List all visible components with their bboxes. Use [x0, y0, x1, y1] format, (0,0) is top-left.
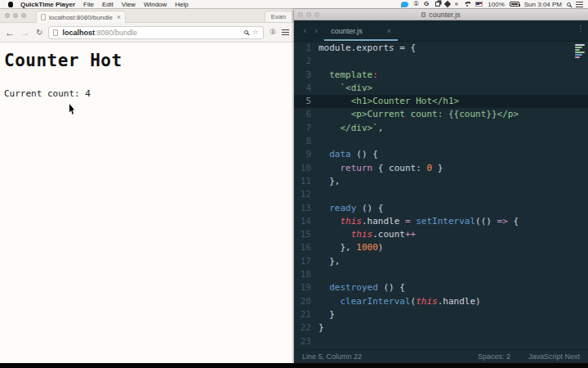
menubar-status-area: ① G 100% Sun 3:04 PM	[401, 1, 588, 8]
close-window-button[interactable]	[5, 13, 10, 18]
g-app-icon[interactable]: G	[424, 1, 429, 7]
url-host: localhost	[62, 29, 95, 37]
back-button[interactable]: ←	[5, 28, 15, 38]
battery-icon	[510, 2, 519, 7]
line-number: 20	[294, 295, 318, 308]
status-dot-icon[interactable]	[455, 2, 458, 6]
line-number: 12	[294, 188, 318, 201]
code-line[interactable]: 16 }, 1000)	[294, 241, 588, 254]
url-rest: :8080/bundle	[95, 29, 137, 37]
address-bar[interactable]: localhost:8080/bundle ☆	[48, 26, 264, 39]
editor-window: counter.js ‹ › counter.js × ⋮ 1module.ex…	[294, 9, 588, 363]
code-line[interactable]: 8	[294, 135, 588, 148]
browser-traffic-lights[interactable]	[5, 13, 26, 18]
history-forward-icon[interactable]: ›	[314, 25, 319, 36]
code-line[interactable]: 22}	[294, 321, 588, 334]
reload-button[interactable]: ↻	[36, 28, 42, 37]
code-line[interactable]: 19 destroyed () {	[294, 281, 588, 294]
zoom-page-icon[interactable]	[244, 30, 248, 34]
wifi-icon[interactable]	[463, 2, 470, 7]
history-back-icon[interactable]: ‹	[302, 25, 308, 36]
twitter-icon[interactable]	[401, 2, 408, 7]
menu-item-help[interactable]: Help	[175, 1, 188, 8]
editor-minimize-button[interactable]	[306, 12, 311, 17]
code-line[interactable]: 4 `<div>	[294, 82, 588, 95]
macos-menu-bar: QuickTime Player FileEditViewWindowHelp …	[0, 0, 588, 9]
syntax-setting[interactable]: JavaScript Next	[528, 352, 580, 361]
editor-title-bar: counter.js	[294, 9, 588, 20]
code-line[interactable]: 15 this.count++	[294, 228, 588, 241]
battery-percent: 100%	[488, 1, 504, 8]
tab-close-icon[interactable]: ×	[117, 14, 121, 21]
code-text: <p>Current count: {{count}}</p>	[318, 108, 519, 121]
code-text: this.handle = setInterval(() => {	[318, 215, 519, 228]
menu-app-name[interactable]: QuickTime Player	[20, 1, 75, 8]
line-number: 7	[294, 122, 318, 135]
code-line[interactable]: 10 return { count: 0 }	[294, 162, 588, 175]
code-line[interactable]: 6 <p>Current count: {{count}}</p>	[294, 108, 588, 121]
editor-tab-close-icon[interactable]: ×	[387, 27, 391, 35]
profile-button[interactable]: Evan	[265, 11, 292, 22]
minimize-window-button[interactable]	[13, 13, 18, 18]
editor-traffic-lights[interactable]	[298, 12, 319, 17]
code-line[interactable]: 3 template:	[294, 69, 588, 82]
line-number: 4	[294, 82, 318, 95]
browser-toolbar: ← → ↻ localhost:8080/bundle ☆ ①	[0, 23, 294, 43]
code-line[interactable]: 20 clearInterval(this.handle)	[294, 295, 588, 308]
editor-window-title: counter.js	[421, 11, 461, 19]
bookmark-star-icon[interactable]: ☆	[252, 29, 259, 36]
code-text: },	[318, 175, 341, 188]
code-line[interactable]: 18	[294, 268, 588, 281]
line-number: 15	[294, 228, 318, 241]
code-line[interactable]: 2	[294, 55, 588, 68]
apple-menu-icon[interactable]	[8, 2, 13, 7]
code-line[interactable]: 23	[294, 335, 588, 348]
extension-badge-icon[interactable]: ①	[270, 29, 276, 36]
page-content: Counter Hot Current count: 4	[0, 43, 294, 362]
code-area[interactable]: 1module.exports = {23 template:4 `<div>5…	[294, 42, 588, 349]
editor-close-button[interactable]	[298, 12, 303, 17]
editor-zoom-button[interactable]	[314, 12, 319, 17]
us-flag-icon[interactable]	[475, 2, 483, 7]
code-line[interactable]: 7 </div>`,	[294, 122, 588, 135]
minimap[interactable]	[575, 44, 586, 58]
menu-item-file[interactable]: File	[83, 1, 94, 8]
overflow-menu-icon[interactable]: ⋮	[577, 24, 585, 33]
url-text[interactable]: localhost:8080/bundle	[62, 29, 239, 37]
editor-tab[interactable]: counter.js ×	[324, 20, 398, 41]
menu-item-window[interactable]: Window	[144, 1, 167, 8]
page-favicon	[41, 14, 46, 20]
zoom-window-button[interactable]	[21, 13, 26, 18]
spotlight-search-icon[interactable]	[567, 2, 571, 7]
code-line[interactable]: 13 ready () {	[294, 202, 588, 215]
editor-window-title-text: counter.js	[429, 11, 461, 19]
line-number: 11	[294, 175, 318, 188]
code-text: data () {	[318, 148, 378, 161]
mouse-cursor	[69, 104, 77, 114]
code-line[interactable]: 5 <h1>Counter Hot</h1>	[294, 95, 588, 108]
page-count-text: Current count: 4	[4, 88, 294, 99]
code-text: </div>`,	[318, 122, 383, 135]
indent-setting[interactable]: Spaces: 2	[478, 352, 510, 361]
code-line[interactable]: 11 },	[294, 175, 588, 188]
windows-layers-icon[interactable]	[435, 2, 440, 7]
browser-tab[interactable]: localhost:8080/bundle ×	[36, 11, 126, 23]
code-line[interactable]: 1module.exports = {	[294, 42, 588, 55]
screen: QuickTime Player FileEditViewWindowHelp …	[0, 0, 588, 368]
line-number: 2	[294, 55, 318, 68]
dropbox-icon[interactable]	[444, 1, 451, 7]
menu-item-edit[interactable]: Edit	[102, 1, 114, 8]
one-circle-icon[interactable]: ①	[413, 1, 419, 7]
code-text: module.exports = {	[318, 42, 416, 55]
code-line[interactable]: 12	[294, 188, 588, 201]
menubar-clock[interactable]: Sun 3:04 PM	[524, 1, 562, 8]
code-line[interactable]: 21 }	[294, 308, 588, 321]
menu-item-view[interactable]: View	[122, 1, 136, 8]
chrome-menu-icon[interactable]	[282, 29, 289, 35]
code-line[interactable]: 17 },	[294, 255, 588, 268]
code-line[interactable]: 9 data () {	[294, 148, 588, 161]
code-line[interactable]: 14 this.handle = setInterval(() => {	[294, 215, 588, 228]
notification-center-icon[interactable]	[576, 2, 583, 7]
forward-button: →	[20, 28, 30, 38]
active-tab-indicator	[324, 39, 398, 41]
